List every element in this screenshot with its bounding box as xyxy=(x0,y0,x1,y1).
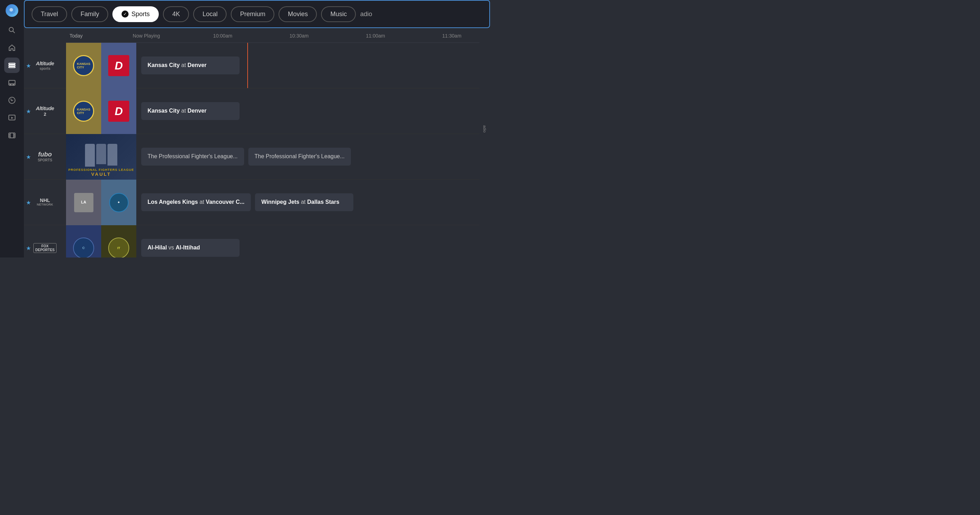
channel-row-altitude: ★ Altitude sports KANSASCITY D xyxy=(24,43,490,89)
sidebar-item-sports[interactable] xyxy=(4,93,20,108)
fighters-silhouette xyxy=(85,144,117,166)
favorite-icon-altitude2[interactable]: ★ xyxy=(26,108,31,114)
svg-rect-13 xyxy=(9,133,15,138)
channel-row-fubo: ★ fubo SPORTS PROFESSIONAL FIGHTERS LEAG… xyxy=(24,134,490,180)
sidebar-item-guide[interactable] xyxy=(4,57,20,73)
den-badge2: D xyxy=(108,101,129,122)
sidebar-item-dvr[interactable] xyxy=(4,75,20,90)
timeline-1130: 11:30am xyxy=(414,33,490,39)
sidebar xyxy=(0,0,24,258)
canucks-badge: ✦ xyxy=(109,193,129,212)
program-al-hilal-ittihad[interactable]: Al-Hilal vs Al-Ittihad xyxy=(141,239,240,257)
filter-movies[interactable]: Movies xyxy=(278,6,317,22)
filter-music[interactable]: Music xyxy=(321,6,356,22)
main-content: Travel Family ✓ Sports 4K Local Premium … xyxy=(24,0,490,258)
filter-sports[interactable]: ✓ Sports xyxy=(112,6,159,22)
programs-nhl: Los Angeles Kings at Vancouver C... Winn… xyxy=(136,180,490,225)
channel-info-altitude: ★ Altitude sports xyxy=(24,43,66,88)
program-pfl-1[interactable]: The Professional Fighter's League... xyxy=(141,148,244,165)
channel-logo-fox-deportes: FOXDEPORTES xyxy=(33,243,56,253)
program-nhl-la-van[interactable]: Los Angeles Kings at Vancouver C... xyxy=(141,193,251,211)
program-pfl-2[interactable]: The Professional Fighter's League... xyxy=(248,148,351,165)
channel-row-nhl: ★ NHL NETWORK LA ✦ xyxy=(24,180,490,225)
sidebar-item-movies[interactable] xyxy=(4,128,20,143)
sidebar-item-search[interactable] xyxy=(4,22,20,38)
channel-row-fox-deportes: ★ FOXDEPORTES ☪ IT xyxy=(24,225,490,258)
channel-thumb-nhl[interactable]: LA ✦ xyxy=(66,180,136,225)
favorite-icon-fox-deportes[interactable]: ★ xyxy=(26,244,31,251)
svg-point-10 xyxy=(13,84,14,86)
kc-badge2: KANSASCITY xyxy=(73,101,94,122)
svg-rect-5 xyxy=(9,65,15,66)
den-badge: D xyxy=(108,55,129,76)
radio-stub[interactable]: adio xyxy=(479,0,490,258)
sidebar-item-home[interactable] xyxy=(4,40,20,55)
kc-badge: KANSASCITY xyxy=(73,55,94,76)
favorite-icon-nhl[interactable]: ★ xyxy=(26,199,31,206)
svg-point-2 xyxy=(9,27,13,32)
al-ittihad-badge: IT xyxy=(108,238,129,258)
timeline-1030: 10:30am xyxy=(261,33,337,39)
svg-line-3 xyxy=(13,31,15,33)
filter-4k[interactable]: 4K xyxy=(163,6,189,22)
filter-bar: Travel Family ✓ Sports 4K Local Premium … xyxy=(24,0,490,28)
channel-logo-nhl: NHL NETWORK xyxy=(37,198,53,207)
channel-info-fubo: ★ fubo SPORTS xyxy=(24,134,66,179)
timeline-now-playing: Now Playing xyxy=(108,33,185,39)
channel-logo-fubo: fubo SPORTS xyxy=(38,151,52,163)
svg-rect-4 xyxy=(9,63,15,64)
channel-row-altitude2: ★ Altitude 2 KANSASCITY D xyxy=(24,89,490,134)
timeline-today: Today xyxy=(66,33,108,39)
svg-rect-6 xyxy=(9,67,15,68)
channel-thumb-fubo[interactable]: PROFESSIONAL FIGHTERS LEAGUE VAULT xyxy=(66,134,136,180)
timeline-1000: 10:00am xyxy=(185,33,261,39)
program-kc-denver-1[interactable]: Kansas City at Denver xyxy=(141,57,240,74)
channel-logo-altitude2: Altitude 2 xyxy=(36,105,54,117)
channel-thumb-altitude2[interactable]: KANSASCITY D xyxy=(66,89,136,134)
current-time-line xyxy=(247,43,248,88)
channel-info-nhl: ★ NHL NETWORK xyxy=(24,180,66,225)
vault-label: VAULT xyxy=(91,171,111,177)
al-hilal-badge: ☪ xyxy=(73,238,94,258)
program-kc-denver-2[interactable]: Kansas City at Denver xyxy=(141,102,240,120)
programs-fox-deportes: Al-Hilal vs Al-Ittihad xyxy=(136,225,490,258)
channel-thumb-altitude[interactable]: KANSASCITY D xyxy=(66,43,136,89)
programs-fubo: The Professional Fighter's League... The… xyxy=(136,134,490,179)
favorite-icon-fubo[interactable]: ★ xyxy=(26,153,31,160)
sidebar-item-play[interactable] xyxy=(4,110,20,125)
svg-point-9 xyxy=(10,84,11,86)
channel-info-altitude2: ★ Altitude 2 xyxy=(24,89,66,134)
filter-travel[interactable]: Travel xyxy=(32,6,67,22)
la-kings-badge: LA xyxy=(74,193,94,212)
channel-info-fox-deportes: ★ FOXDEPORTES xyxy=(24,225,66,258)
programs-altitude2: Kansas City at Denver xyxy=(136,89,490,134)
filter-radio[interactable]: adio xyxy=(360,11,372,18)
programs-altitude: Kansas City at Denver xyxy=(136,43,490,88)
timeline-1100: 11:00am xyxy=(337,33,414,39)
filter-family[interactable]: Family xyxy=(71,6,108,22)
app-logo[interactable] xyxy=(6,4,18,17)
timeline-header: Today Now Playing 10:00am 10:30am 11:00a… xyxy=(66,29,490,43)
channels-container: ★ Altitude sports KANSASCITY D xyxy=(24,43,490,258)
svg-rect-7 xyxy=(9,80,15,85)
svg-marker-12 xyxy=(11,117,13,119)
svg-point-1 xyxy=(10,8,13,11)
channel-logo-altitude: Altitude sports xyxy=(36,60,54,71)
favorite-icon-altitude[interactable]: ★ xyxy=(26,62,31,69)
filter-local[interactable]: Local xyxy=(193,6,227,22)
checkmark-icon: ✓ xyxy=(121,11,129,17)
channel-thumb-fox-deportes[interactable]: ☪ IT xyxy=(66,225,136,258)
filter-premium[interactable]: Premium xyxy=(231,6,274,22)
pfl-label: PROFESSIONAL FIGHTERS LEAGUE xyxy=(68,168,134,171)
program-nhl-wpg-dal[interactable]: Winnipeg Jets at Dallas Stars xyxy=(255,193,353,211)
